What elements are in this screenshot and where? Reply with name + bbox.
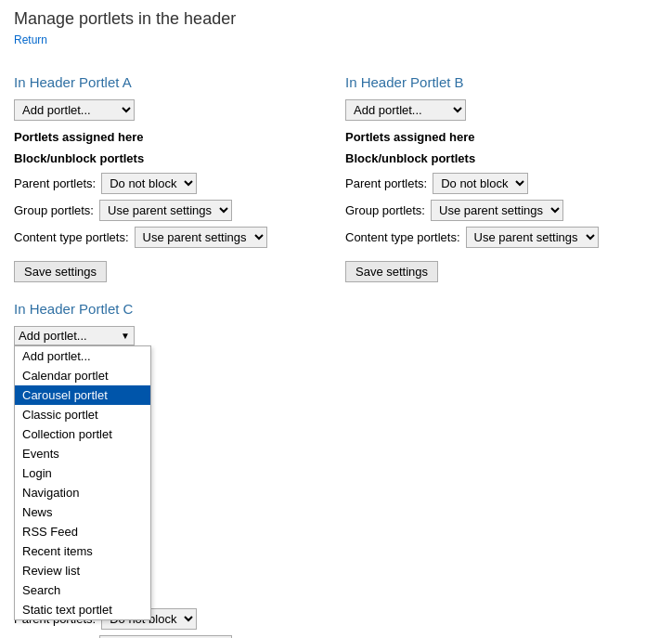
portlet-b-content-label: Content type portlets: [345,230,460,244]
portlet-b-parent-label: Parent portlets: [345,176,427,190]
dropdown-item-recent[interactable]: Recent items [15,541,150,561]
portlet-a-content-select[interactable]: Use parent settings Block Do not block [135,227,267,248]
portlet-b-assigned-label: Portlets assigned here [345,130,658,144]
dropdown-item-classic[interactable]: Classic portlet [15,405,150,424]
portlet-c-add-row: Add portlet... ▼ Add portlet... Calendar… [14,326,658,345]
portlet-c-select-value: Add portlet... [19,329,87,343]
portlet-a-group-label: Group portlets: [14,203,94,217]
page-title: Manage portlets in the header [14,9,658,29]
portlet-b-heading: In Header Portlet B [345,74,658,90]
portlet-b-content-row: Content type portlets: Use parent settin… [345,227,658,248]
portlet-c-select-display[interactable]: Add portlet... ▼ [14,326,135,345]
dropdown-item-review[interactable]: Review list [15,561,150,580]
dropdown-item-news[interactable]: News [15,502,150,522]
portlet-a-heading: In Header Portlet A [14,74,327,90]
portlet-a-block-title: Block/unblock portlets [14,151,327,165]
dropdown-arrow-icon: ▼ [121,331,130,341]
portlet-a-assigned-label: Portlets assigned here [14,130,327,144]
dropdown-item-search[interactable]: Search [15,580,150,600]
portlet-a-add-select[interactable]: Add portlet... Calendar portlet Carousel… [14,99,135,121]
dropdown-item-add[interactable]: Add portlet... [15,346,150,366]
portlet-a-section: In Header Portlet A Add portlet... Calen… [14,65,327,292]
portlet-c-dropdown-wrapper[interactable]: Add portlet... ▼ Add portlet... Calendar… [14,326,135,345]
dropdown-item-navigation[interactable]: Navigation [15,483,150,502]
portlet-b-content-select[interactable]: Use parent settings Block Do not block [466,227,599,248]
portlet-c-dropdown-list[interactable]: Add portlet... Calendar portlet Carousel… [14,345,151,620]
portlet-b-group-row: Group portlets: Use parent settings Bloc… [345,200,658,221]
portlet-b-group-select[interactable]: Use parent settings Block Do not block [431,200,563,221]
portlet-b-add-select[interactable]: Add portlet... Calendar portlet Carousel… [345,99,466,121]
dropdown-item-static[interactable]: Static text portlet [15,600,150,619]
portlet-a-group-row: Group portlets: Use parent settings Bloc… [14,200,327,221]
portlet-c-heading: In Header Portlet C [14,301,658,317]
portlet-b-parent-select[interactable]: Do not block Block [433,173,528,194]
portlet-b-parent-row: Parent portlets: Do not block Block [345,173,658,194]
return-link[interactable]: Return [14,33,47,46]
portlet-b-group-label: Group portlets: [345,203,425,217]
portlet-a-content-row: Content type portlets: Use parent settin… [14,227,327,248]
dropdown-item-login[interactable]: Login [15,463,150,483]
portlet-a-save-button[interactable]: Save settings [14,261,107,282]
dropdown-item-collection[interactable]: Collection portlet [15,424,150,444]
dropdown-item-carousel[interactable]: Carousel portlet [15,385,150,405]
portlet-b-add-row: Add portlet... Calendar portlet Carousel… [345,99,658,121]
portlet-a-parent-select[interactable]: Do not block Block [101,173,197,194]
portlet-b-save-button[interactable]: Save settings [345,261,438,282]
portlet-c-area: In Header Portlet C Add portlet... ▼ Add… [14,301,658,638]
portlet-b-block-title: Block/unblock portlets [345,151,658,165]
portlet-a-content-label: Content type portlets: [14,230,129,244]
dropdown-item-calendar[interactable]: Calendar portlet [15,366,150,385]
portlet-c-section: In Header Portlet C Add portlet... ▼ Add… [14,292,658,638]
portlet-a-add-row: Add portlet... Calendar portlet Carousel… [14,99,327,121]
portlet-a-group-select[interactable]: Use parent settings Block Do not block [99,200,232,221]
dropdown-item-events[interactable]: Events [15,444,150,463]
portlet-a-parent-label: Parent portlets: [14,176,96,190]
dropdown-item-rss[interactable]: RSS Feed [15,522,150,541]
portlet-a-parent-row: Parent portlets: Do not block Block [14,173,327,194]
portlet-b-section: In Header Portlet B Add portlet... Calen… [345,65,658,292]
